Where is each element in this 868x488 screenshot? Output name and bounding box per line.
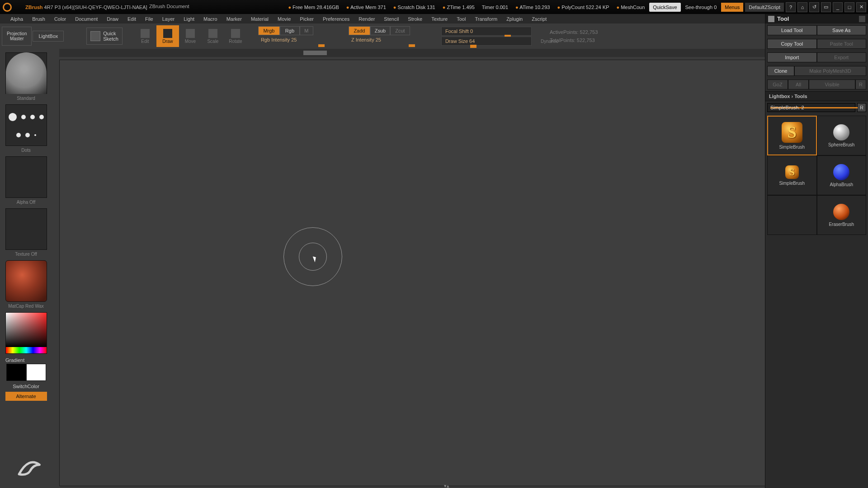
rotate-mode-button[interactable]: Rotate	[224, 25, 247, 47]
reset-tool-button[interactable]: R	[857, 103, 866, 112]
dynamic-toggle[interactable]: Dynamic	[541, 39, 558, 44]
stroke-caption: Dots	[21, 148, 31, 153]
goz-r-button[interactable]: R	[855, 80, 866, 89]
menu-material[interactable]: Material	[247, 15, 273, 23]
eraserbrush-icon	[833, 204, 849, 220]
paste-tool-button[interactable]: Paste Tool	[817, 39, 867, 49]
maximize-icon[interactable]: □	[844, 2, 854, 12]
menu-light[interactable]: Light	[179, 15, 198, 23]
color-swatches[interactable]	[6, 364, 46, 381]
zsub-toggle[interactable]: Zsub	[370, 26, 390, 35]
tool-item-simplebrush[interactable]: SimpleBrush	[767, 116, 817, 155]
menu-tool[interactable]: Tool	[453, 15, 470, 23]
menu-zscript[interactable]: Zscript	[528, 15, 551, 23]
goz-all-button[interactable]: All	[788, 80, 809, 89]
menu-stroke[interactable]: Stroke	[404, 15, 426, 23]
m-toggle[interactable]: M	[300, 26, 313, 35]
menu-stencil[interactable]: Stencil	[380, 15, 403, 23]
menu-alpha[interactable]: Alpha	[6, 15, 27, 23]
spherebrush-icon	[833, 124, 849, 141]
collapse-icon[interactable]: ▭	[821, 2, 831, 12]
alpha-selector[interactable]	[5, 156, 47, 198]
scale-mode-button[interactable]: Scale	[202, 25, 224, 47]
stat-ztime: ● ZTime 1.495	[440, 5, 477, 10]
lightbox-button[interactable]: LightBox	[33, 31, 64, 42]
rgb-intensity-slider[interactable]: Rgb Intensity 25	[258, 35, 344, 44]
home-icon[interactable]: ⌂	[797, 2, 807, 12]
brush-selector[interactable]	[5, 52, 47, 94]
menu-brush[interactable]: Brush	[28, 15, 49, 23]
tool-item-eraserbrush[interactable]: EraserBrush	[817, 195, 867, 235]
tool-item-spherebrush[interactable]: SphereBrush	[817, 116, 867, 155]
close-icon[interactable]: ✕	[856, 2, 866, 12]
menu-preferences[interactable]: Preferences	[319, 15, 354, 23]
menu-document[interactable]: Document	[71, 15, 102, 23]
projection-master-button[interactable]: ProjectionMaster	[2, 27, 32, 46]
canvas[interactable]	[59, 60, 836, 486]
menu-render[interactable]: Render	[354, 15, 379, 23]
menu-zplugin[interactable]: Zplugin	[502, 15, 527, 23]
menu-file[interactable]: File	[141, 15, 157, 23]
tool-item-simplebrush-2[interactable]: SimpleBrush	[767, 155, 817, 195]
pin-icon[interactable]	[768, 16, 774, 22]
draw-size-slider[interactable]: Draw Size 64 Dynamic	[441, 37, 532, 46]
tool-item-alphabrush[interactable]: AlphaBrush	[817, 155, 867, 195]
reset-icon[interactable]: ↺	[809, 2, 819, 12]
z-intensity-slider[interactable]: Z Intensity 25	[349, 35, 434, 44]
simplebrush-icon	[785, 165, 799, 179]
menu-picker[interactable]: Picker	[296, 15, 318, 23]
alternate-button[interactable]: Alternate	[5, 392, 47, 401]
move-mode-button[interactable]: Move	[179, 25, 202, 47]
menu-draw[interactable]: Draw	[103, 15, 123, 23]
color-picker[interactable]	[5, 312, 47, 354]
menu-macro[interactable]: Macro	[199, 15, 222, 23]
minimize-icon[interactable]: _	[833, 2, 843, 12]
goz-button[interactable]: GoZ	[767, 80, 788, 89]
menu-color[interactable]: Color	[50, 15, 70, 23]
menu-edit[interactable]: Edit	[123, 15, 140, 23]
alpha-caption: Alpha Off	[17, 200, 36, 205]
focal-shift-slider[interactable]: Focal Shift 0	[441, 27, 532, 36]
texture-selector[interactable]	[5, 208, 47, 250]
expand-bottom-icon[interactable]: ▾▴	[438, 483, 456, 488]
copy-tool-button[interactable]: Copy Tool	[767, 39, 817, 49]
menu-layer[interactable]: Layer	[158, 15, 179, 23]
window-title: ZBrush 4R7 P3 (x64)[SIUH-QEYF-QWEO-LJTI-…	[12, 5, 147, 10]
quicksave-button[interactable]: QuickSave	[649, 3, 680, 12]
active-points-readout: ActivePoints: 522,753	[550, 29, 598, 35]
draw-mode-button[interactable]: Draw	[156, 25, 179, 47]
collapse-icon[interactable]	[859, 16, 865, 22]
clone-button[interactable]: Clone	[767, 66, 794, 76]
quicksketch-button[interactable]: QuickSketch	[86, 28, 123, 45]
menu-transform[interactable]: Transform	[471, 15, 501, 23]
canvas-scrollbar[interactable]	[59, 49, 841, 57]
edit-mode-button[interactable]: Edit	[134, 25, 156, 47]
make-polymesh-button[interactable]: Make PolyMesh3D	[794, 66, 866, 76]
seethrough-slider[interactable]: See-through 0	[683, 5, 720, 10]
load-tool-button[interactable]: Load Tool	[767, 25, 817, 35]
tool-panel-header[interactable]: Tool	[765, 14, 868, 23]
zadd-toggle[interactable]: Zadd	[349, 26, 370, 35]
stroke-selector[interactable]	[5, 104, 47, 146]
tool-item-empty[interactable]	[767, 195, 817, 235]
mrgb-toggle[interactable]: Mrgb	[258, 26, 280, 35]
menu-movie[interactable]: Movie	[274, 15, 295, 23]
switchcolor-button[interactable]: SwitchColor	[5, 382, 47, 391]
cursor-arrow-icon	[313, 255, 317, 262]
goz-visible-button[interactable]: Visible	[809, 80, 855, 89]
import-button[interactable]: Import	[767, 52, 817, 62]
zcut-toggle[interactable]: Zcut	[390, 26, 410, 35]
tool-panel-title: Tool	[777, 15, 789, 22]
current-tool-label[interactable]: SimpleBrush. 2	[767, 103, 855, 112]
rgb-toggle[interactable]: Rgb	[280, 26, 300, 35]
help-icon[interactable]: ?	[786, 2, 796, 12]
gradient-button[interactable]: Gradient	[0, 357, 24, 363]
menu-texture[interactable]: Texture	[427, 15, 452, 23]
tool-breadcrumb[interactable]: Lightbox › Tools	[765, 91, 868, 101]
menus-toggle[interactable]: Menus	[721, 3, 743, 12]
material-selector[interactable]	[5, 260, 47, 302]
default-zscript-button[interactable]: DefaultZScript	[745, 3, 784, 12]
export-button[interactable]: Export	[817, 52, 867, 62]
save-as-button[interactable]: Save As	[817, 25, 867, 35]
menu-marker[interactable]: Marker	[222, 15, 246, 23]
